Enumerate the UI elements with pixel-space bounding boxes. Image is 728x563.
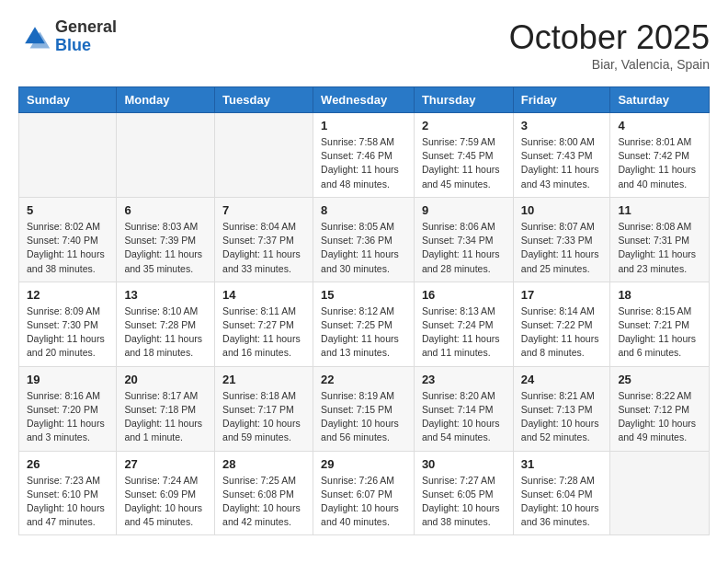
calendar-header-wednesday: Wednesday — [313, 87, 415, 113]
calendar-cell — [610, 451, 710, 535]
day-info: Sunrise: 8:13 AM Sunset: 7:24 PM Dayligh… — [422, 304, 506, 361]
calendar-cell: 10Sunrise: 8:07 AM Sunset: 7:33 PM Dayli… — [513, 197, 610, 282]
day-number: 12 — [27, 288, 108, 302]
day-info: Sunrise: 8:03 AM Sunset: 7:39 PM Dayligh… — [124, 220, 207, 276]
calendar-cell: 31Sunrise: 7:28 AM Sunset: 6:04 PM Dayli… — [513, 451, 610, 535]
day-number: 1 — [321, 119, 406, 132]
calendar-header-saturday: Saturday — [610, 87, 710, 113]
calendar-cell — [117, 113, 215, 198]
day-info: Sunrise: 7:58 AM Sunset: 7:46 PM Dayligh… — [321, 135, 406, 191]
calendar-cell: 11Sunrise: 8:08 AM Sunset: 7:31 PM Dayli… — [610, 197, 710, 282]
logo-icon — [18, 20, 51, 53]
day-info: Sunrise: 8:11 AM Sunset: 7:27 PM Dayligh… — [222, 304, 305, 361]
day-info: Sunrise: 8:18 AM Sunset: 7:17 PM Dayligh… — [222, 389, 305, 445]
day-info: Sunrise: 8:06 AM Sunset: 7:34 PM Dayligh… — [422, 220, 506, 276]
calendar-cell: 13Sunrise: 8:10 AM Sunset: 7:28 PM Dayli… — [117, 282, 215, 366]
calendar-cell: 5Sunrise: 8:02 AM Sunset: 7:40 PM Daylig… — [19, 197, 117, 282]
day-info: Sunrise: 8:05 AM Sunset: 7:36 PM Dayligh… — [321, 220, 406, 276]
day-number: 15 — [321, 288, 406, 302]
title-section: October 2025 Biar, Valencia, Spain — [509, 18, 710, 72]
day-info: Sunrise: 8:16 AM Sunset: 7:20 PM Dayligh… — [27, 389, 108, 445]
day-number: 16 — [422, 288, 506, 302]
day-info: Sunrise: 8:09 AM Sunset: 7:30 PM Dayligh… — [27, 304, 108, 361]
day-info: Sunrise: 8:10 AM Sunset: 7:28 PM Dayligh… — [124, 304, 207, 361]
day-number: 29 — [321, 457, 406, 471]
logo-blue: Blue — [55, 37, 117, 55]
calendar-week-row: 1Sunrise: 7:58 AM Sunset: 7:46 PM Daylig… — [19, 113, 710, 198]
day-number: 21 — [222, 373, 305, 386]
day-number: 10 — [521, 203, 603, 217]
day-number: 9 — [422, 203, 506, 217]
day-number: 19 — [27, 373, 108, 386]
calendar-week-row: 26Sunrise: 7:23 AM Sunset: 6:10 PM Dayli… — [19, 451, 710, 535]
calendar-header-tuesday: Tuesday — [215, 87, 313, 113]
day-number: 20 — [124, 373, 207, 386]
calendar-cell: 26Sunrise: 7:23 AM Sunset: 6:10 PM Dayli… — [19, 451, 117, 535]
calendar-cell: 30Sunrise: 7:27 AM Sunset: 6:05 PM Dayli… — [414, 451, 513, 535]
day-number: 7 — [222, 203, 305, 217]
calendar-cell: 24Sunrise: 8:21 AM Sunset: 7:13 PM Dayli… — [513, 366, 610, 451]
day-info: Sunrise: 8:08 AM Sunset: 7:31 PM Dayligh… — [618, 220, 701, 276]
day-number: 6 — [124, 203, 207, 217]
logo: General Blue — [18, 18, 117, 55]
day-number: 8 — [321, 203, 406, 217]
day-info: Sunrise: 7:26 AM Sunset: 6:07 PM Dayligh… — [321, 474, 406, 530]
calendar-cell: 21Sunrise: 8:18 AM Sunset: 7:17 PM Dayli… — [215, 366, 313, 451]
day-number: 5 — [27, 203, 108, 217]
day-number: 4 — [618, 119, 701, 132]
calendar-table: SundayMondayTuesdayWednesdayThursdayFrid… — [18, 86, 710, 535]
calendar-cell: 20Sunrise: 8:17 AM Sunset: 7:18 PM Dayli… — [117, 366, 215, 451]
calendar-cell: 16Sunrise: 8:13 AM Sunset: 7:24 PM Dayli… — [414, 282, 513, 366]
day-number: 26 — [27, 457, 108, 471]
day-info: Sunrise: 8:01 AM Sunset: 7:42 PM Dayligh… — [618, 135, 701, 191]
day-number: 18 — [618, 288, 701, 302]
calendar-header-thursday: Thursday — [414, 87, 513, 113]
calendar-cell: 27Sunrise: 7:24 AM Sunset: 6:09 PM Dayli… — [117, 451, 215, 535]
calendar-cell: 25Sunrise: 8:22 AM Sunset: 7:12 PM Dayli… — [610, 366, 710, 451]
calendar-header-friday: Friday — [513, 87, 610, 113]
month-title: October 2025 — [509, 18, 710, 57]
day-info: Sunrise: 7:25 AM Sunset: 6:08 PM Dayligh… — [222, 474, 305, 530]
day-info: Sunrise: 8:07 AM Sunset: 7:33 PM Dayligh… — [521, 220, 603, 276]
day-info: Sunrise: 8:04 AM Sunset: 7:37 PM Dayligh… — [222, 220, 305, 276]
day-number: 30 — [422, 457, 506, 471]
day-number: 28 — [222, 457, 305, 471]
calendar-cell: 8Sunrise: 8:05 AM Sunset: 7:36 PM Daylig… — [313, 197, 415, 282]
day-number: 27 — [124, 457, 207, 471]
calendar-cell — [19, 113, 117, 198]
day-number: 13 — [124, 288, 207, 302]
calendar-cell: 15Sunrise: 8:12 AM Sunset: 7:25 PM Dayli… — [313, 282, 415, 366]
day-number: 14 — [222, 288, 305, 302]
day-number: 2 — [422, 119, 506, 132]
day-info: Sunrise: 7:24 AM Sunset: 6:09 PM Dayligh… — [124, 474, 207, 530]
page-header: General Blue October 2025 Biar, Valencia… — [18, 18, 710, 72]
logo-text: General Blue — [55, 18, 117, 55]
day-info: Sunrise: 8:19 AM Sunset: 7:15 PM Dayligh… — [321, 389, 406, 445]
calendar-cell: 19Sunrise: 8:16 AM Sunset: 7:20 PM Dayli… — [19, 366, 117, 451]
calendar-cell: 9Sunrise: 8:06 AM Sunset: 7:34 PM Daylig… — [414, 197, 513, 282]
calendar-cell: 7Sunrise: 8:04 AM Sunset: 7:37 PM Daylig… — [215, 197, 313, 282]
day-info: Sunrise: 7:28 AM Sunset: 6:04 PM Dayligh… — [521, 474, 603, 530]
location: Biar, Valencia, Spain — [509, 57, 710, 72]
calendar-cell: 14Sunrise: 8:11 AM Sunset: 7:27 PM Dayli… — [215, 282, 313, 366]
day-number: 17 — [521, 288, 603, 302]
calendar-cell: 18Sunrise: 8:15 AM Sunset: 7:21 PM Dayli… — [610, 282, 710, 366]
day-number: 3 — [521, 119, 603, 132]
day-number: 24 — [521, 373, 603, 386]
calendar-header-row: SundayMondayTuesdayWednesdayThursdayFrid… — [19, 87, 710, 113]
calendar-cell: 1Sunrise: 7:58 AM Sunset: 7:46 PM Daylig… — [313, 113, 415, 198]
day-info: Sunrise: 8:21 AM Sunset: 7:13 PM Dayligh… — [521, 389, 603, 445]
day-info: Sunrise: 8:15 AM Sunset: 7:21 PM Dayligh… — [618, 304, 701, 361]
day-number: 23 — [422, 373, 506, 386]
day-number: 11 — [618, 203, 701, 217]
day-info: Sunrise: 8:00 AM Sunset: 7:43 PM Dayligh… — [521, 135, 603, 191]
day-number: 31 — [521, 457, 603, 471]
day-info: Sunrise: 8:14 AM Sunset: 7:22 PM Dayligh… — [521, 304, 603, 361]
calendar-cell: 22Sunrise: 8:19 AM Sunset: 7:15 PM Dayli… — [313, 366, 415, 451]
calendar-cell: 12Sunrise: 8:09 AM Sunset: 7:30 PM Dayli… — [19, 282, 117, 366]
day-number: 22 — [321, 373, 406, 386]
day-number: 25 — [618, 373, 701, 386]
calendar-cell: 23Sunrise: 8:20 AM Sunset: 7:14 PM Dayli… — [414, 366, 513, 451]
logo-general: General — [55, 18, 117, 37]
calendar-cell — [215, 113, 313, 198]
